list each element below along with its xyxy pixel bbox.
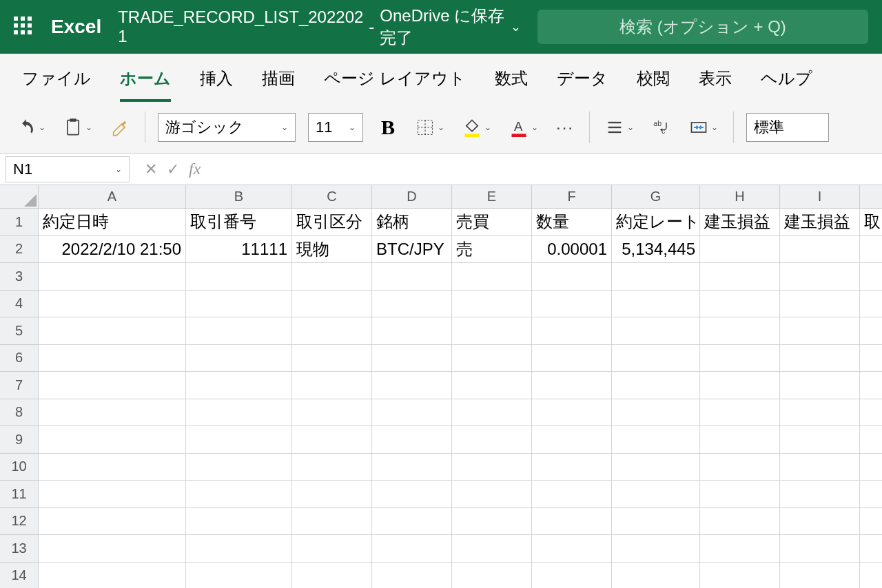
row-header-1[interactable]: 1 — [0, 209, 39, 236]
cell[interactable] — [292, 291, 372, 318]
cell[interactable] — [372, 535, 452, 563]
cell[interactable]: 11111 — [186, 236, 292, 264]
cell[interactable] — [532, 317, 612, 345]
font-color-button[interactable]: A ⌄ — [506, 115, 541, 140]
cell[interactable] — [532, 508, 612, 536]
col-header-B[interactable]: B — [186, 185, 292, 209]
cell[interactable] — [780, 372, 860, 399]
cell[interactable] — [612, 399, 700, 427]
cancel-icon[interactable]: ✕ — [145, 160, 157, 178]
cell[interactable] — [612, 345, 700, 372]
cell[interactable] — [39, 263, 186, 291]
cell[interactable] — [780, 236, 860, 264]
row-header-3[interactable]: 3 — [0, 263, 39, 291]
number-format-select[interactable]: 標準 — [746, 113, 829, 142]
cell[interactable]: 売買 — [452, 209, 532, 236]
cell[interactable] — [452, 454, 532, 481]
cell[interactable] — [612, 481, 700, 508]
cell[interactable] — [532, 535, 612, 563]
row-header-12[interactable]: 12 — [0, 508, 39, 536]
borders-button[interactable]: ⌄ — [413, 115, 447, 140]
row-header-2[interactable]: 2 — [0, 236, 39, 264]
cell[interactable] — [452, 263, 532, 291]
cell[interactable] — [780, 535, 860, 563]
cell[interactable] — [39, 317, 186, 345]
cell[interactable] — [372, 345, 452, 372]
cell[interactable] — [186, 563, 292, 589]
col-header-H[interactable]: H — [700, 185, 780, 209]
cell[interactable] — [532, 372, 612, 399]
cell[interactable] — [372, 317, 452, 345]
cell[interactable]: 銘柄 — [372, 209, 452, 236]
cell[interactable] — [452, 508, 532, 536]
more-font-button[interactable]: ··· — [553, 115, 577, 140]
cell[interactable] — [186, 291, 292, 318]
fill-color-button[interactable]: ⌄ — [460, 115, 494, 140]
cell[interactable] — [780, 317, 860, 345]
cell[interactable] — [39, 345, 186, 372]
tab-数式[interactable]: 数式 — [495, 67, 528, 102]
cell[interactable] — [700, 454, 780, 481]
row-header-8[interactable]: 8 — [0, 399, 39, 427]
cell[interactable] — [780, 508, 860, 536]
cell[interactable] — [39, 426, 186, 454]
cell[interactable] — [186, 508, 292, 536]
col-header-A[interactable]: A — [39, 185, 186, 209]
align-button[interactable]: ⌄ — [602, 115, 637, 140]
col-header-G[interactable]: G — [612, 185, 700, 209]
cell[interactable] — [186, 372, 292, 399]
cell[interactable] — [372, 563, 452, 589]
cell[interactable] — [292, 563, 372, 589]
bold-button[interactable]: B — [376, 116, 400, 139]
cell[interactable] — [532, 399, 612, 427]
row-header-14[interactable]: 14 — [0, 563, 39, 589]
format-painter-button[interactable] — [107, 115, 132, 140]
col-header-E[interactable]: E — [452, 185, 532, 209]
row-header-5[interactable]: 5 — [0, 317, 39, 345]
cell[interactable] — [700, 563, 780, 589]
cell[interactable]: 5,134,445 — [612, 236, 700, 264]
cell[interactable] — [372, 426, 452, 454]
cell[interactable] — [372, 454, 452, 481]
cell[interactable] — [532, 345, 612, 372]
cell[interactable] — [612, 454, 700, 481]
cell[interactable] — [860, 535, 882, 563]
cell[interactable] — [700, 535, 780, 563]
cell[interactable] — [186, 317, 292, 345]
cell[interactable] — [292, 372, 372, 399]
cell[interactable] — [532, 263, 612, 291]
row-header-4[interactable]: 4 — [0, 291, 39, 318]
cell[interactable] — [612, 372, 700, 399]
cell[interactable]: 売 — [452, 236, 532, 264]
cell[interactable] — [700, 345, 780, 372]
cell[interactable]: 取引番号 — [186, 209, 292, 236]
tab-データ[interactable]: データ — [557, 67, 608, 102]
cell[interactable] — [186, 481, 292, 508]
cell[interactable] — [700, 372, 780, 399]
cell[interactable] — [292, 535, 372, 563]
cell[interactable] — [186, 535, 292, 563]
fx-icon[interactable]: fx — [189, 160, 201, 178]
cell[interactable] — [780, 263, 860, 291]
tab-ページ レイアウト[interactable]: ページ レイアウト — [324, 67, 466, 102]
cell[interactable] — [612, 563, 700, 589]
cell[interactable]: 0.00001 — [532, 236, 612, 264]
cell[interactable] — [186, 454, 292, 481]
cell[interactable] — [186, 426, 292, 454]
cell[interactable] — [700, 263, 780, 291]
cell[interactable] — [780, 454, 860, 481]
cell[interactable] — [39, 291, 186, 318]
col-header-C[interactable]: C — [292, 185, 372, 209]
font-size-select[interactable]: 11 ⌄ — [308, 113, 363, 142]
cell[interactable] — [860, 345, 882, 372]
cell[interactable] — [452, 426, 532, 454]
cell[interactable] — [39, 454, 186, 481]
merge-button[interactable]: ⌄ — [686, 115, 721, 140]
row-header-10[interactable]: 10 — [0, 454, 39, 481]
cell[interactable] — [372, 399, 452, 427]
cell[interactable] — [860, 372, 882, 399]
cell[interactable] — [372, 372, 452, 399]
document-title[interactable]: TRADE_RECORD_LIST_202202 1 - OneDrive に保… — [118, 5, 521, 49]
confirm-icon[interactable]: ✓ — [167, 160, 179, 178]
cell[interactable] — [860, 426, 882, 454]
